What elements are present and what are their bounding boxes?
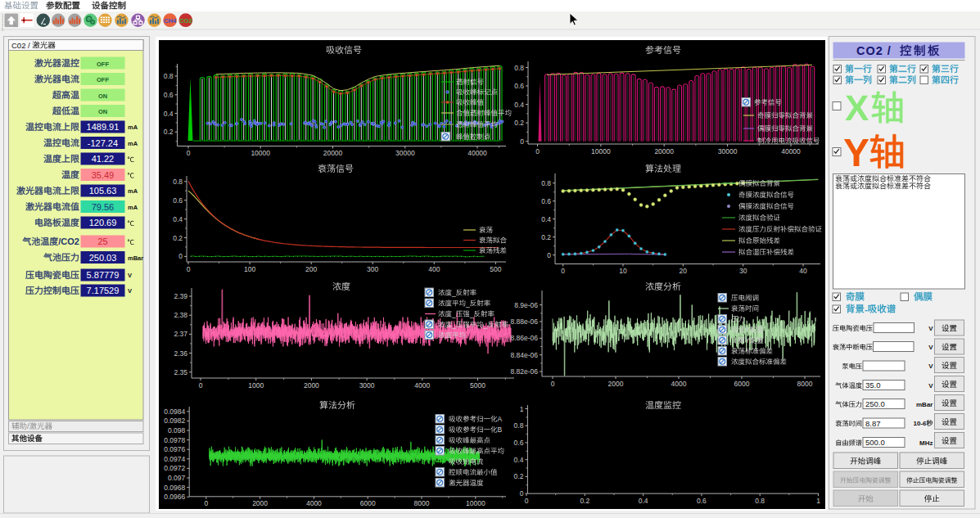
svg-text:7.17529: 7.17529 (87, 286, 120, 295)
svg-text:0.8: 0.8 (755, 497, 765, 505)
svg-text:1: 1 (816, 497, 820, 505)
svg-text:8000: 8000 (797, 380, 813, 388)
svg-text:mA: mA (128, 204, 138, 211)
svg-text:mA: mA (128, 124, 138, 131)
svg-text:1000: 1000 (248, 381, 264, 390)
svg-text:1489.91: 1489.91 (87, 122, 120, 132)
svg-text:_: _ (469, 310, 474, 318)
svg-text:0.6: 0.6 (541, 197, 551, 205)
svg-text:0: 0 (520, 137, 524, 146)
svg-text:_: _ (451, 310, 456, 318)
svg-text:0.098: 0.098 (168, 426, 186, 435)
svg-text:41.22: 41.22 (92, 154, 115, 164)
svg-text:0.6: 0.6 (514, 439, 524, 447)
svg-text:0: 0 (199, 381, 203, 390)
svg-text:-: - (865, 304, 868, 314)
svg-text:8.82e-06: 8.82e-06 (510, 367, 538, 376)
svg-text:300: 300 (367, 265, 378, 273)
svg-text:4000: 4000 (306, 499, 322, 507)
svg-text:2.35: 2.35 (174, 368, 187, 376)
svg-text:8.9e-06: 8.9e-06 (514, 301, 538, 309)
svg-text:0.2: 0.2 (541, 233, 551, 241)
svg-text:-127.24: -127.24 (88, 138, 118, 148)
svg-text:0.0984: 0.0984 (164, 408, 185, 416)
svg-text:4000: 4000 (671, 380, 687, 388)
svg-text:25: 25 (97, 236, 107, 246)
svg-text:_: _ (451, 321, 456, 329)
svg-text:Y: Y (745, 326, 750, 334)
svg-text:6000: 6000 (360, 499, 376, 507)
svg-text:79.56: 79.56 (92, 202, 115, 212)
svg-text:8.88e-06: 8.88e-06 (510, 318, 538, 326)
svg-text:30000: 30000 (718, 147, 738, 155)
svg-text:0.8: 0.8 (514, 64, 524, 72)
svg-text:35.0: 35.0 (865, 381, 881, 390)
svg-text:35.49: 35.49 (92, 170, 115, 180)
svg-text:2.38: 2.38 (174, 311, 187, 319)
svg-text:_: _ (465, 300, 470, 308)
svg-text:V: V (128, 272, 132, 279)
svg-text:0: 0 (187, 265, 191, 273)
svg-text:2000: 2000 (304, 381, 319, 390)
svg-text:CH4: CH4 (164, 17, 177, 25)
svg-text:mA: mA (128, 140, 138, 147)
svg-text:0.4: 0.4 (639, 497, 648, 505)
svg-text:C02 /: C02 / (11, 41, 30, 50)
svg-text:10: 10 (619, 267, 627, 275)
svg-text:OFF: OFF (97, 61, 109, 68)
svg-text:mA: mA (128, 187, 138, 195)
svg-text:2.39: 2.39 (174, 292, 187, 300)
svg-text:5.87779: 5.87779 (87, 270, 120, 280)
svg-text:6000: 6000 (734, 380, 750, 388)
svg-text:0: 0 (535, 147, 540, 155)
svg-text:0.4: 0.4 (541, 215, 551, 223)
svg-text:200: 200 (305, 265, 317, 273)
svg-text:V: V (928, 344, 933, 351)
svg-text:_: _ (483, 321, 488, 329)
svg-text:4000: 4000 (414, 381, 430, 390)
svg-text:120.69: 120.69 (89, 218, 117, 227)
svg-text:8.87: 8.87 (865, 419, 881, 428)
svg-text:3000: 3000 (359, 381, 375, 390)
svg-text:0: 0 (178, 252, 183, 260)
svg-text:0.4: 0.4 (514, 101, 524, 109)
svg-text:500.0: 500.0 (865, 438, 885, 447)
svg-text:0.0968: 0.0968 (164, 484, 185, 492)
svg-text:V: V (928, 363, 933, 370)
svg-text:0: 0 (520, 489, 524, 498)
svg-text:8.86e-06: 8.86e-06 (510, 334, 538, 342)
svg-text:A: A (498, 415, 503, 423)
svg-text:500: 500 (490, 265, 501, 273)
svg-text:0: 0 (561, 267, 565, 275)
svg-text:0.0974: 0.0974 (164, 455, 185, 463)
svg-text:V: V (928, 382, 933, 390)
svg-text:0.0976: 0.0976 (164, 445, 185, 453)
svg-text:0.2: 0.2 (164, 128, 174, 136)
svg-text:0: 0 (204, 499, 208, 507)
svg-text:0: 0 (525, 497, 529, 505)
svg-text:250.0: 250.0 (865, 399, 885, 408)
svg-text:40: 40 (799, 267, 807, 275)
svg-text:0.0966: 0.0966 (164, 493, 185, 501)
svg-text:0.6: 0.6 (173, 196, 183, 205)
svg-text:mBar: mBar (916, 401, 933, 408)
svg-text:8.84e-06: 8.84e-06 (510, 351, 538, 359)
svg-text:100: 100 (244, 265, 255, 273)
svg-text:10000: 10000 (466, 499, 485, 507)
svg-text:mBar: mBar (128, 254, 143, 262)
svg-text:0.8: 0.8 (173, 178, 183, 186)
svg-text:30: 30 (739, 267, 747, 275)
svg-text:2000: 2000 (608, 380, 624, 388)
svg-text:400: 400 (428, 265, 440, 273)
svg-text:20000: 20000 (323, 149, 343, 157)
svg-text:0.6: 0.6 (514, 82, 524, 90)
svg-text:0: 0 (187, 149, 191, 157)
svg-text:0.2: 0.2 (514, 119, 524, 127)
svg-text:0: 0 (547, 251, 551, 259)
svg-text:20: 20 (680, 267, 688, 275)
svg-text:10000: 10000 (251, 149, 270, 157)
svg-text:V: V (128, 287, 132, 295)
svg-text:0.0982: 0.0982 (164, 417, 185, 425)
svg-text:CO2 /: CO2 / (856, 44, 892, 57)
svg-text:0.4: 0.4 (514, 456, 524, 464)
